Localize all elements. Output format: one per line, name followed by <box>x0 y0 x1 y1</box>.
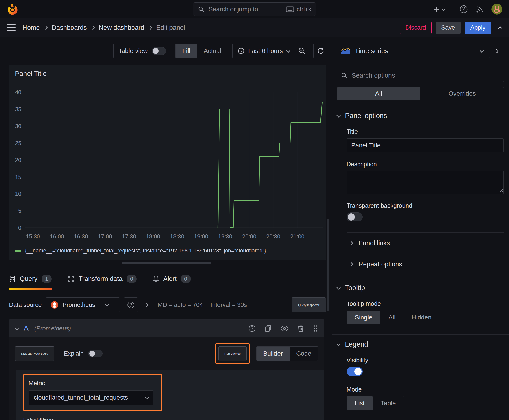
trash-icon[interactable] <box>298 325 304 332</box>
time-series-chart[interactable]: 051015202530354015:3016:0016:3017:0017:3… <box>11 83 324 248</box>
breadcrumb-dashboards[interactable]: Dashboards <box>52 24 87 31</box>
discard-button[interactable]: Discard <box>400 22 432 34</box>
tooltip-section[interactable]: Tooltip <box>337 284 504 292</box>
legend-list-option[interactable]: List <box>347 397 373 410</box>
panel-toolbar: Table view Fill Actual Last 6 hours <box>113 44 328 58</box>
builder-code-segment: Builder Code <box>256 346 318 361</box>
breadcrumb-home[interactable]: Home <box>23 24 40 31</box>
datasource-help-button[interactable] <box>124 298 138 312</box>
zoom-out-button[interactable] <box>294 44 309 58</box>
topbar-actions: + <box>433 4 502 15</box>
run-queries-button[interactable]: Run queries <box>218 346 247 361</box>
grafana-logo-icon[interactable] <box>7 3 18 15</box>
panel-editor-actions: Discard Save Apply <box>400 22 502 34</box>
tab-query[interactable]: Query 1 <box>9 268 52 290</box>
panel-title-input[interactable] <box>347 138 504 152</box>
help-icon[interactable] <box>459 5 468 14</box>
vertical-scrollbar[interactable] <box>327 218 329 311</box>
panel-options-heading: Panel options <box>345 112 387 120</box>
datasource-row: Data source Prometheus <box>9 298 326 312</box>
breadcrumb-edit-panel: Edit panel <box>156 24 185 31</box>
max-data-points: MD = auto = 704 <box>158 301 203 308</box>
tooltip-hidden-option[interactable]: Hidden <box>403 311 440 324</box>
chevron-up-icon[interactable] <box>498 26 502 30</box>
query-row-header[interactable]: A (Prometheus) <box>9 320 324 337</box>
angle-right-icon <box>495 49 499 53</box>
transform-count-badge: 0 <box>127 275 137 283</box>
tooltip-heading: Tooltip <box>345 284 365 292</box>
legend-placement-label: Placement <box>347 419 504 420</box>
explain-toggle[interactable]: Explain <box>64 350 103 357</box>
metric-select[interactable]: cloudflared_tunnel_total_requests <box>29 390 153 405</box>
query-section-tabs: Query 1 Transform data 0 <box>0 268 332 290</box>
chevron-right-icon <box>349 241 353 245</box>
chart-legend[interactable]: {__name__="cloudflared_tunnel_total_requ… <box>9 248 326 254</box>
drag-handle-icon[interactable] <box>313 325 318 332</box>
actual-option[interactable]: Actual <box>197 44 228 58</box>
svg-text:20:30: 20:30 <box>266 233 280 240</box>
options-tabs: All Overrides <box>337 87 504 100</box>
top-bar: ctrl+k + <box>0 0 509 18</box>
tooltip-single-option[interactable]: Single <box>347 311 380 324</box>
interval-info: Interval = 30s <box>211 301 247 308</box>
search-icon <box>341 72 348 79</box>
code-option[interactable]: Code <box>289 347 318 360</box>
menu-icon[interactable] <box>7 24 16 31</box>
horizontal-scrollbar[interactable] <box>122 262 211 264</box>
time-range-button[interactable]: Last 6 hours <box>233 44 294 58</box>
table-view-switch[interactable] <box>152 47 166 55</box>
resize-handle-icon[interactable] <box>499 189 503 193</box>
user-avatar[interactable] <box>492 4 502 15</box>
legend-visibility-switch[interactable] <box>347 367 363 376</box>
angle-right-icon[interactable] <box>144 303 148 307</box>
collapse-query-icon[interactable] <box>15 326 19 330</box>
description-textarea[interactable] <box>347 171 504 194</box>
datasource-label: Data source <box>9 301 42 308</box>
visualization-row: Time series <box>337 44 504 58</box>
database-icon <box>9 275 16 283</box>
tab-transform-data[interactable]: Transform data 0 <box>68 268 137 290</box>
search-input[interactable] <box>208 5 282 13</box>
collapse-options-button[interactable] <box>489 44 504 58</box>
query-inspector-button[interactable]: Query inspector <box>292 298 326 312</box>
eye-icon[interactable] <box>281 326 289 331</box>
kick-start-button[interactable]: Kick start your query <box>15 346 54 361</box>
visualization-picker[interactable]: Time series <box>337 44 487 58</box>
duplicate-icon[interactable] <box>265 325 272 332</box>
transparent-background-switch[interactable] <box>347 212 363 221</box>
legend-swatch <box>15 250 21 252</box>
fill-option[interactable]: Fill <box>175 44 197 58</box>
svg-text:25: 25 <box>15 140 21 146</box>
options-search-input[interactable] <box>351 72 500 79</box>
options-search[interactable] <box>337 69 504 82</box>
tooltip-all-option[interactable]: All <box>380 311 403 324</box>
panel-links-section[interactable]: Panel links <box>350 239 504 247</box>
panel-preview[interactable]: Panel Title 051015202530354015:3016:0016… <box>9 65 326 260</box>
section-divider <box>332 278 509 278</box>
datasource-picker[interactable]: Prometheus <box>46 298 120 312</box>
repeat-options-section[interactable]: Repeat options <box>350 261 504 268</box>
title-label: Title <box>347 128 504 135</box>
legend-table-option[interactable]: Table <box>373 397 404 410</box>
explain-switch[interactable] <box>88 350 103 357</box>
transparent-background-label: Transparent background <box>347 202 504 209</box>
metric-highlight: Metric cloudflared_tunnel_total_requests <box>23 375 162 411</box>
tab-alert[interactable]: Alert 0 <box>153 268 191 290</box>
save-button[interactable]: Save <box>436 22 461 34</box>
chevron-down-icon <box>145 395 149 399</box>
query-builder-body: Metric cloudflared_tunnel_total_requests… <box>16 369 324 420</box>
breadcrumb-new-dashboard[interactable]: New dashboard <box>99 24 144 31</box>
global-search[interactable]: ctrl+k <box>193 2 316 16</box>
legend-section[interactable]: Legend <box>337 340 504 348</box>
apply-button[interactable]: Apply <box>464 22 491 34</box>
refresh-button[interactable] <box>313 44 328 58</box>
help-icon[interactable] <box>248 325 256 332</box>
query-datasource-hint: (Prometheus) <box>34 325 71 332</box>
table-view-toggle[interactable]: Table view <box>113 44 171 58</box>
builder-option[interactable]: Builder <box>257 347 289 360</box>
panel-options-section[interactable]: Panel options <box>337 112 504 120</box>
tab-all[interactable]: All <box>337 87 420 100</box>
news-rss-icon[interactable] <box>475 5 484 14</box>
tab-overrides[interactable]: Overrides <box>420 87 504 100</box>
new-menu-button[interactable]: + <box>433 4 445 14</box>
